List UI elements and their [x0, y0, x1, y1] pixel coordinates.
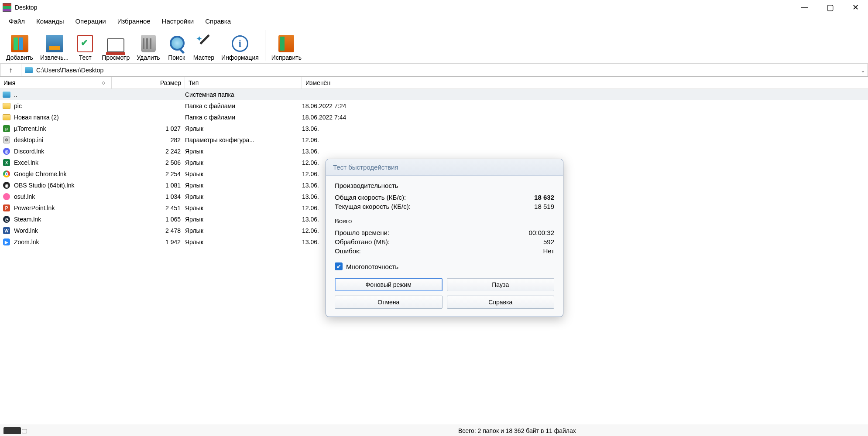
elapsed-label: Прошло времени:	[335, 229, 389, 236]
file-size: 282	[112, 136, 185, 143]
file-type: Ярлык	[185, 182, 302, 189]
delete-icon	[139, 34, 158, 53]
toolbar-view-button[interactable]: Просмотр	[98, 28, 133, 63]
column-name-header[interactable]: Имя ◇	[0, 77, 112, 89]
toolbar-delete-label: Удалить	[137, 54, 160, 61]
current-path: C:\Users\Павел\Desktop	[36, 67, 103, 74]
file-type: Папка с файлами	[185, 114, 302, 121]
maximize-button[interactable]: ▢	[817, 0, 843, 15]
background-button[interactable]: Фоновый режим	[335, 278, 443, 291]
menu-команды[interactable]: Команды	[31, 16, 69, 26]
processed-label: Обработано (МБ):	[335, 238, 390, 245]
toolbar-repair-button[interactable]: Исправить	[268, 28, 305, 63]
column-size-header[interactable]: Размер	[112, 77, 185, 89]
toolbar-extract-label: Извлечь...	[40, 54, 69, 61]
file-type: Параметры конфигура...	[185, 136, 302, 143]
up-button[interactable]: ↑	[0, 64, 21, 76]
file-icon: X	[2, 159, 11, 167]
file-row[interactable]: Новая папка (2)Папка с файлами18.06.2022…	[0, 112, 868, 123]
path-dropdown-icon[interactable]: ⌄	[858, 67, 868, 74]
toolbar-add-label: Добавить	[6, 54, 33, 61]
status-bar: Всего: 2 папок и 18 362 байт в 11 файлах	[0, 425, 868, 436]
file-row[interactable]: ⚙desktop.ini282Параметры конфигура...12.…	[0, 134, 868, 146]
toolbar-wizard-button[interactable]: Мастер	[190, 28, 218, 63]
add-icon	[10, 34, 29, 53]
file-type: Ярлык	[185, 216, 302, 223]
file-icon: ▶	[2, 238, 11, 246]
file-type: Ярлык	[185, 159, 302, 166]
title-bar: Desktop — ▢ ✕	[0, 0, 868, 15]
close-button[interactable]: ✕	[843, 0, 868, 15]
file-name: Новая папка (2)	[13, 114, 112, 121]
wizard-icon	[194, 34, 213, 53]
file-icon: ◎	[2, 147, 11, 155]
group-performance-label: Производительность	[335, 182, 554, 189]
current-speed-value: 18 519	[534, 203, 554, 210]
toolbar-find-button[interactable]: Поиск	[164, 28, 190, 63]
total-speed-value: 18 632	[534, 194, 554, 201]
column-type-header[interactable]: Тип	[185, 77, 302, 89]
file-type: Ярлык	[185, 193, 302, 200]
file-name: PowerPoint.lnk	[13, 204, 112, 211]
test-icon	[75, 34, 95, 53]
group-total-label: Всего	[335, 217, 554, 225]
toolbar-delete-button[interactable]: Удалить	[133, 28, 163, 63]
toolbar-extract-button[interactable]: Извлечь...	[37, 28, 72, 63]
file-row[interactable]: ◎Discord.lnk2 242Ярлык13.06.	[0, 146, 868, 157]
multithread-checkbox[interactable]: ✔	[335, 262, 343, 270]
disk-icon	[3, 427, 21, 434]
toolbar: ДобавитьИзвлечь...ТестПросмотрУдалитьПои…	[0, 27, 868, 64]
current-speed-label: Текущая скорость (КБ/с):	[335, 203, 411, 210]
file-icon: ◔	[2, 215, 11, 223]
minimize-button[interactable]: —	[792, 0, 817, 15]
toolbar-add-button[interactable]: Добавить	[3, 28, 37, 63]
folder-icon	[25, 67, 33, 73]
toolbar-view-label: Просмотр	[102, 54, 130, 61]
toolbar-info-button[interactable]: iИнформация	[218, 28, 262, 63]
file-icon: P	[2, 204, 11, 212]
file-name: Steam.lnk	[13, 216, 112, 223]
file-size: 2 242	[112, 148, 185, 155]
file-size: 1 942	[112, 238, 185, 245]
file-row[interactable]: ..Системная папка	[0, 89, 868, 100]
pause-button[interactable]: Пауза	[447, 278, 555, 291]
toolbar-info-label: Информация	[221, 54, 259, 61]
address-bar: ↑ C:\Users\Павел\Desktop ⌄	[0, 64, 868, 77]
toolbar-wizard-label: Мастер	[193, 54, 214, 61]
file-icon: W	[2, 227, 11, 235]
file-row[interactable]: picПапка с файлами18.06.2022 7:24	[0, 100, 868, 112]
menu-настройки[interactable]: Настройки	[157, 16, 199, 26]
elapsed-value: 00:00:32	[529, 229, 554, 236]
file-type: Папка с файлами	[185, 102, 302, 109]
file-size: 2 254	[112, 170, 185, 177]
toolbar-test-label: Тест	[79, 54, 92, 61]
file-type: Ярлык	[185, 238, 302, 245]
column-modified-header[interactable]: Изменён	[302, 77, 389, 89]
file-icon: ◉	[2, 181, 11, 189]
file-type: Ярлык	[185, 227, 302, 234]
menu-файл[interactable]: Файл	[3, 16, 30, 26]
file-icon	[2, 102, 11, 110]
window-controls: — ▢ ✕	[792, 0, 868, 15]
file-type: Ярлык	[185, 125, 302, 132]
dialog-title: Тест быстродействия	[326, 159, 563, 176]
file-row[interactable]: µµTorrent.lnk1 027Ярлык13.06.	[0, 123, 868, 134]
find-icon	[167, 34, 186, 53]
file-name: osu!.lnk	[13, 193, 112, 200]
menu-справка[interactable]: Справка	[200, 16, 236, 26]
cancel-button[interactable]: Отмена	[335, 296, 443, 309]
file-modified: 18.06.2022 7:44	[302, 114, 389, 121]
file-name: µTorrent.lnk	[13, 125, 112, 132]
toolbar-find-label: Поиск	[168, 54, 185, 61]
column-name-label: Имя	[3, 79, 15, 86]
toolbar-test-button[interactable]: Тест	[72, 28, 98, 63]
menu-операции[interactable]: Операции	[70, 16, 111, 26]
path-box[interactable]: C:\Users\Павел\Desktop	[21, 67, 858, 74]
file-type: Ярлык	[185, 170, 302, 177]
file-modified: 13.06.	[302, 148, 389, 155]
processed-value: 592	[543, 238, 554, 245]
file-name: Excel.lnk	[13, 159, 112, 166]
help-button[interactable]: Справка	[447, 296, 555, 309]
file-modified: 12.06.	[302, 136, 389, 143]
menu-избранное[interactable]: Избранное	[112, 16, 156, 26]
